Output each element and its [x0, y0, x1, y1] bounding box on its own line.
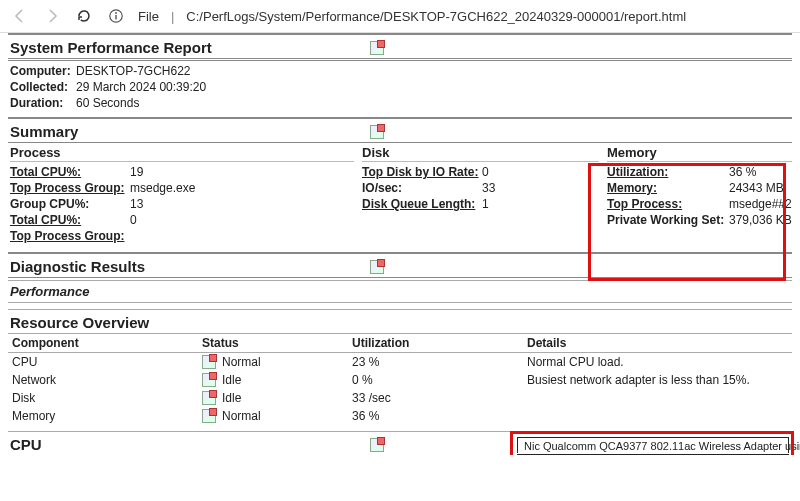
- summary-key[interactable]: Disk Queue Length:: [362, 197, 482, 211]
- summary-value: 0: [482, 165, 489, 179]
- summary-row: Private Working Set:379,036 KB: [607, 212, 792, 228]
- summary-value: 13: [130, 197, 143, 211]
- summary-value: 0: [130, 213, 137, 227]
- summary-row: Group CPU%:13: [10, 196, 354, 212]
- summary-value: msedge.exe: [130, 181, 195, 195]
- url-scheme: File: [138, 9, 159, 24]
- cell-utilization: 36 %: [348, 407, 523, 425]
- cell-component: Network: [8, 371, 198, 389]
- cell-details: Normal CPU load.: [523, 353, 792, 372]
- summary-process-col: Process Total CPU%:19Top Process Group:m…: [8, 145, 360, 244]
- summary-row: Memory:24343 MB: [607, 180, 792, 196]
- cell-status: Normal: [198, 407, 348, 425]
- broken-image-icon: [370, 260, 384, 274]
- tooltip-disk-reads-writes: Reads 4.1/sec + Writes 29.2/sec: [517, 454, 789, 455]
- table-row: CPUNormal23 %Normal CPU load.: [8, 353, 792, 372]
- summary-key[interactable]: Top Disk by IO Rate:: [362, 165, 482, 179]
- status-text: Normal: [222, 409, 261, 423]
- meta-computer-label: Computer:: [10, 64, 72, 78]
- forward-icon[interactable]: [42, 6, 62, 26]
- back-icon[interactable]: [10, 6, 30, 26]
- summary-row: Disk Queue Length:1: [362, 196, 599, 212]
- section-title: Diagnostic Results: [10, 258, 370, 275]
- address-bar-url[interactable]: C:/PerfLogs/System/Performance/DESKTOP-7…: [186, 9, 686, 24]
- broken-image-icon: [202, 409, 216, 423]
- summary-disk-title: Disk: [362, 145, 599, 162]
- summary-value: 33: [482, 181, 495, 195]
- summary-key[interactable]: Top Process Group:: [10, 181, 130, 195]
- summary-row: Total CPU%:0: [10, 212, 354, 228]
- summary-key: Private Working Set:: [607, 213, 729, 227]
- summary-key[interactable]: Total CPU%:: [10, 165, 130, 179]
- table-row: NetworkIdle0 %Busiest network adapter is…: [8, 371, 792, 389]
- summary-value: 24343 MB: [729, 181, 784, 195]
- resource-overview-table: Component Status Utilization Details CPU…: [8, 334, 792, 425]
- summary-key[interactable]: Top Process:: [607, 197, 729, 211]
- summary-key[interactable]: Memory:: [607, 181, 729, 195]
- table-row: DiskIdle33 /sec: [8, 389, 792, 407]
- summary-row: Total CPU%:19: [10, 164, 354, 180]
- summary-value: 1: [482, 197, 489, 211]
- summary-row: IO/sec:33: [362, 180, 599, 196]
- summary-row: Utilization:36 %: [607, 164, 792, 180]
- summary-row: Top Process Group:: [10, 228, 354, 244]
- browser-toolbar: File | C:/PerfLogs/System/Performance/DE…: [0, 0, 800, 33]
- col-details: Details: [523, 334, 792, 353]
- summary-value: 19: [130, 165, 143, 179]
- meta-computer-value: DESKTOP-7GCH622: [76, 64, 191, 78]
- status-text: Idle: [222, 373, 241, 387]
- col-status: Status: [198, 334, 348, 353]
- cell-details: [523, 389, 792, 407]
- broken-image-icon: [370, 125, 384, 139]
- summary-memory-col: Memory Utilization:36 %Memory:24343 MBTo…: [605, 145, 798, 244]
- meta-duration-label: Duration:: [10, 96, 72, 110]
- cell-utilization: 0 %: [348, 371, 523, 389]
- summary-memory-title: Memory: [607, 145, 792, 162]
- diag-subheader-performance: Performance: [8, 281, 792, 302]
- cell-component: CPU: [8, 353, 198, 372]
- summary-key: Group CPU%:: [10, 197, 130, 211]
- reload-icon[interactable]: [74, 6, 94, 26]
- cell-component: Memory: [8, 407, 198, 425]
- status-text: Normal: [222, 355, 261, 369]
- summary-row: Top Process Group:msedge.exe: [10, 180, 354, 196]
- cell-utilization: 33 /sec: [348, 389, 523, 407]
- summary-value: 36 %: [729, 165, 756, 179]
- section-diagnostic-results: Diagnostic Results: [8, 254, 792, 277]
- summary-disk-col: Disk Top Disk by IO Rate:0IO/sec:33Disk …: [360, 145, 605, 244]
- table-row: MemoryNormal36 %: [8, 407, 792, 425]
- col-component: Component: [8, 334, 198, 353]
- url-separator: |: [171, 9, 174, 24]
- svg-point-1: [115, 12, 117, 14]
- broken-image-icon: [202, 373, 216, 387]
- section-system-performance-report: System Performance Report: [8, 35, 792, 58]
- broken-image-icon: [370, 438, 384, 452]
- summary-key[interactable]: Top Process Group:: [10, 229, 130, 243]
- tooltip-network-adapter: Nic Qualcomm QCA9377 802.11ac Wireless A…: [517, 437, 789, 455]
- meta-collected-value: 29 March 2024 00:39:20: [76, 80, 206, 94]
- cell-status: Normal: [198, 353, 348, 372]
- info-icon[interactable]: [106, 6, 126, 26]
- report-metadata: Computer:DESKTOP-7GCH622 Collected:29 Ma…: [8, 61, 792, 117]
- summary-process-title: Process: [10, 145, 354, 162]
- col-utilization: Utilization: [348, 334, 523, 353]
- section-title: Summary: [10, 123, 370, 140]
- cell-details: [523, 407, 792, 425]
- section-resource-overview: Resource Overview: [8, 310, 792, 333]
- meta-collected-label: Collected:: [10, 80, 72, 94]
- summary-key[interactable]: Utilization:: [607, 165, 729, 179]
- cell-status: Idle: [198, 389, 348, 407]
- cell-utilization: 23 %: [348, 353, 523, 372]
- section-title: Resource Overview: [10, 314, 370, 331]
- cell-details: Busiest network adapter is less than 15%…: [523, 371, 792, 389]
- section-summary: Summary: [8, 119, 792, 142]
- summary-value: msedge##2: [729, 197, 792, 211]
- cell-component: Disk: [8, 389, 198, 407]
- cell-status: Idle: [198, 371, 348, 389]
- broken-image-icon: [202, 391, 216, 405]
- summary-row: Top Disk by IO Rate:0: [362, 164, 599, 180]
- summary-key: IO/sec:: [362, 181, 482, 195]
- meta-duration-value: 60 Seconds: [76, 96, 139, 110]
- summary-grid: Process Total CPU%:19Top Process Group:m…: [8, 143, 792, 252]
- summary-key[interactable]: Total CPU%:: [10, 213, 130, 227]
